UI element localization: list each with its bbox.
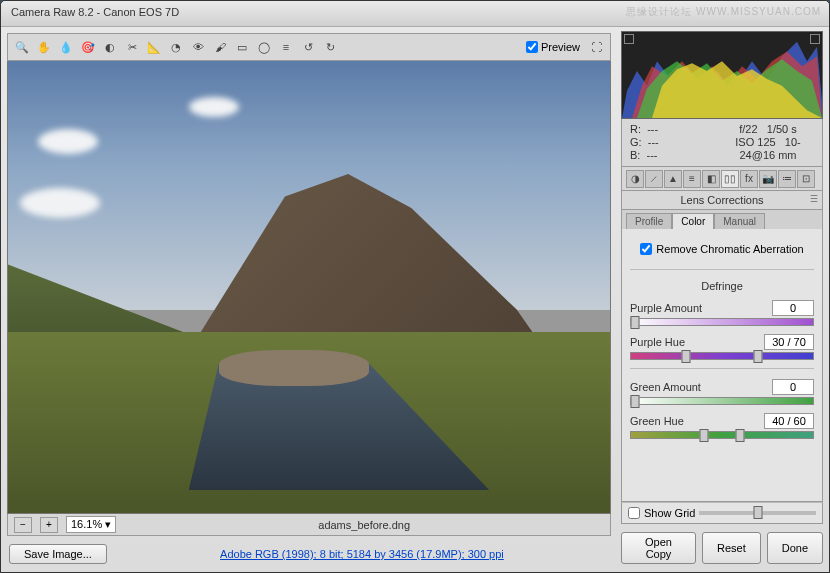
- presets-tab-icon[interactable]: ≔: [778, 170, 796, 188]
- histogram[interactable]: [621, 31, 823, 119]
- left-pane: 🔍 ✋ 💧 🎯 ◐ ✂ 📐 ◔ 👁 🖌 ▭ ◯ ≡ ↺ ↻ Preview: [1, 27, 617, 572]
- panel-menu-icon[interactable]: ☰: [810, 194, 818, 204]
- purple-hue-row: Purple Hue: [630, 334, 814, 360]
- preview-status-bar: − + 16.1% ▾ adams_before.dng: [7, 514, 611, 536]
- titlebar: Camera Raw 8.2 - Canon EOS 7D 思缘设计论坛 WWW…: [1, 1, 829, 27]
- green-amount-row: Green Amount: [630, 379, 814, 405]
- redeye-tool-icon[interactable]: 👁: [188, 37, 208, 57]
- spot-removal-tool-icon[interactable]: ◔: [166, 37, 186, 57]
- calibration-tab-icon[interactable]: 📷: [759, 170, 777, 188]
- purple-amount-row: Purple Amount: [630, 300, 814, 326]
- right-buttons: Open Copy Reset Done: [621, 524, 823, 566]
- purple-amount-slider[interactable]: [630, 318, 814, 326]
- adjustment-brush-tool-icon[interactable]: 🖌: [210, 37, 230, 57]
- tab-manual[interactable]: Manual: [714, 213, 765, 229]
- hsl-tab-icon[interactable]: ≡: [683, 170, 701, 188]
- info-bar: R: --- G: --- B: --- f/22 1/50 s ISO 125…: [621, 119, 823, 167]
- crop-tool-icon[interactable]: ✂: [122, 37, 142, 57]
- purple-hue-field[interactable]: [764, 334, 814, 350]
- green-hue-label: Green Hue: [630, 415, 684, 427]
- remove-ca-row[interactable]: Remove Chromatic Aberration: [630, 243, 814, 255]
- target-adjust-tool-icon[interactable]: ◐: [100, 37, 120, 57]
- radial-filter-tool-icon[interactable]: ◯: [254, 37, 274, 57]
- image-preview[interactable]: [7, 61, 611, 514]
- detail-tab-icon[interactable]: ▲: [664, 170, 682, 188]
- zoom-select[interactable]: 16.1% ▾: [66, 516, 116, 533]
- panel-body: Remove Chromatic Aberration Defringe Pur…: [621, 229, 823, 502]
- straighten-tool-icon[interactable]: 📐: [144, 37, 164, 57]
- photo-content: [8, 61, 610, 513]
- zoom-in-icon[interactable]: +: [40, 517, 58, 533]
- zoom-out-icon[interactable]: −: [14, 517, 32, 533]
- green-hue-slider[interactable]: [630, 431, 814, 439]
- show-grid-checkbox[interactable]: [628, 507, 640, 519]
- lens-corrections-tab-icon[interactable]: ▯▯: [721, 170, 739, 188]
- lens-subtabs: Profile Color Manual: [621, 210, 823, 229]
- bottom-row-left: Save Image... Adobe RGB (1998); 8 bit; 5…: [7, 536, 611, 566]
- green-hue-row: Green Hue: [630, 413, 814, 439]
- defringe-heading: Defringe: [630, 280, 814, 292]
- curve-tab-icon[interactable]: ⟋: [645, 170, 663, 188]
- green-amount-slider[interactable]: [630, 397, 814, 405]
- panel-title: Lens Corrections ☰: [621, 191, 823, 210]
- done-button[interactable]: Done: [767, 532, 823, 564]
- exif-readout: f/22 1/50 s ISO 125 10-24@16 mm: [722, 123, 814, 162]
- rotate-cw-icon[interactable]: ↻: [320, 37, 340, 57]
- purple-hue-label: Purple Hue: [630, 336, 685, 348]
- open-copy-button[interactable]: Open Copy: [621, 532, 696, 564]
- shadow-clip-icon[interactable]: [624, 34, 634, 44]
- rgb-readout: R: --- G: --- B: ---: [630, 123, 722, 162]
- histogram-svg: [622, 32, 822, 118]
- workflow-options-link[interactable]: Adobe RGB (1998); 8 bit; 5184 by 3456 (1…: [115, 548, 609, 560]
- split-tone-tab-icon[interactable]: ◧: [702, 170, 720, 188]
- preferences-tool-icon[interactable]: ≡: [276, 37, 296, 57]
- preview-label: Preview: [541, 41, 580, 53]
- reset-button[interactable]: Reset: [702, 532, 761, 564]
- grid-slider[interactable]: [699, 511, 816, 515]
- preview-checkbox-input[interactable]: [526, 41, 538, 53]
- filename-label: adams_before.dng: [124, 519, 604, 531]
- window-title: Camera Raw 8.2 - Canon EOS 7D: [11, 6, 179, 18]
- graduated-filter-tool-icon[interactable]: ▭: [232, 37, 252, 57]
- right-pane: R: --- G: --- B: --- f/22 1/50 s ISO 125…: [617, 27, 829, 572]
- rotate-ccw-icon[interactable]: ↺: [298, 37, 318, 57]
- green-amount-field[interactable]: [772, 379, 814, 395]
- remove-ca-label: Remove Chromatic Aberration: [656, 243, 803, 255]
- remove-ca-checkbox[interactable]: [640, 243, 652, 255]
- camera-raw-window: Camera Raw 8.2 - Canon EOS 7D 思缘设计论坛 WWW…: [0, 0, 830, 573]
- content-area: 🔍 ✋ 💧 🎯 ◐ ✂ 📐 ◔ 👁 🖌 ▭ ◯ ≡ ↺ ↻ Preview: [1, 27, 829, 572]
- highlight-clip-icon[interactable]: [810, 34, 820, 44]
- watermark-text: 思缘设计论坛 WWW.MISSYUAN.COM: [626, 5, 821, 19]
- panel-tab-strip: ◑ ⟋ ▲ ≡ ◧ ▯▯ fx 📷 ≔ ⊡: [621, 167, 823, 191]
- hand-tool-icon[interactable]: ✋: [34, 37, 54, 57]
- preview-checkbox[interactable]: Preview: [526, 41, 580, 53]
- show-grid-bar: Show Grid: [621, 502, 823, 524]
- purple-amount-field[interactable]: [772, 300, 814, 316]
- basic-tab-icon[interactable]: ◑: [626, 170, 644, 188]
- color-sampler-tool-icon[interactable]: 🎯: [78, 37, 98, 57]
- green-amount-label: Green Amount: [630, 381, 701, 393]
- zoom-tool-icon[interactable]: 🔍: [12, 37, 32, 57]
- fullscreen-icon[interactable]: ⛶: [586, 37, 606, 57]
- show-grid-label: Show Grid: [644, 507, 695, 519]
- tab-profile[interactable]: Profile: [626, 213, 672, 229]
- effects-tab-icon[interactable]: fx: [740, 170, 758, 188]
- green-hue-field[interactable]: [764, 413, 814, 429]
- purple-hue-slider[interactable]: [630, 352, 814, 360]
- save-image-button[interactable]: Save Image...: [9, 544, 107, 564]
- snapshots-tab-icon[interactable]: ⊡: [797, 170, 815, 188]
- purple-amount-label: Purple Amount: [630, 302, 702, 314]
- tab-color[interactable]: Color: [672, 213, 714, 229]
- white-balance-tool-icon[interactable]: 💧: [56, 37, 76, 57]
- top-toolbar: 🔍 ✋ 💧 🎯 ◐ ✂ 📐 ◔ 👁 🖌 ▭ ◯ ≡ ↺ ↻ Preview: [7, 33, 611, 61]
